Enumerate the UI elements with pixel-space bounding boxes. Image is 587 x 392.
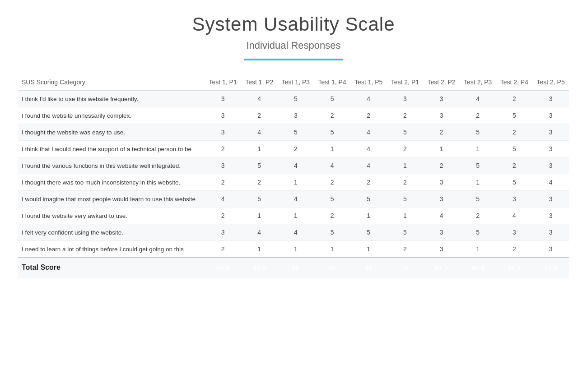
value-cell: 1 [278,241,314,258]
value-cell: 3 [205,91,241,107]
total-score-cell: 85 [278,258,314,277]
category-cell: I think that I would need the support of… [18,141,205,157]
value-cell: 5 [241,191,278,208]
value-cell: 5 [496,107,533,124]
total-score-cell: 62.5 [205,258,241,277]
value-cell: 1 [460,241,496,258]
value-cell: 4 [314,157,350,174]
total-score-cell: 87.5 [241,258,278,277]
sus-table: SUS Scoring CategoryTest 1, P1Test 1, P2… [18,74,569,277]
value-cell: 2 [205,174,241,191]
divider-container [18,59,569,60]
value-cell: 3 [532,157,569,174]
total-score-cell: 80 [350,258,387,277]
value-cell: 1 [460,141,496,157]
value-cell: 5 [496,174,533,191]
value-cell: 5 [496,141,533,157]
value-cell: 3 [423,241,460,258]
value-cell: 2 [423,157,460,174]
column-header-category: SUS Scoring Category [18,74,205,91]
value-cell: 2 [423,124,460,141]
value-cell: 3 [532,107,569,124]
value-cell: 3 [496,224,533,241]
value-cell: 2 [314,208,350,224]
value-cell: 3 [205,224,241,241]
value-cell: 2 [205,241,241,258]
value-cell: 4 [241,224,278,241]
value-cell: 5 [460,224,496,241]
category-cell: I think I'd like to use this website fre… [18,91,205,107]
value-cell: 1 [387,157,424,174]
total-score-cell: 47.5 [532,258,569,277]
table-row: I thought the website was easy to use.34… [18,124,569,141]
value-cell: 5 [387,191,424,208]
table-row: I found the website unnessarily complex.… [18,107,569,124]
value-cell: 3 [496,191,533,208]
value-cell: 4 [241,91,278,107]
sub-title: Individual Responses [18,40,569,51]
value-cell: 3 [532,191,569,208]
value-cell: 3 [423,107,460,124]
value-cell: 5 [387,224,424,241]
value-cell: 5 [241,157,278,174]
value-cell: 1 [460,174,496,191]
value-cell: 1 [350,241,387,258]
category-cell: I found the website very awkard to use. [18,208,205,224]
value-cell: 2 [350,107,387,124]
value-cell: 2 [387,174,424,191]
value-cell: 1 [241,208,278,224]
value-cell: 4 [278,157,314,174]
value-cell: 4 [532,174,569,191]
category-cell: I would imagine that most people would l… [18,191,205,208]
table-row: I think that I would need the support of… [18,141,569,157]
value-cell: 5 [350,224,387,241]
value-cell: 1 [241,241,278,258]
value-cell: 1 [278,174,314,191]
value-cell: 4 [241,124,278,141]
value-cell: 3 [205,157,241,174]
section-divider [244,59,343,60]
total-score-cell: 92.5 [460,258,496,277]
value-cell: 5 [314,224,350,241]
table-row: I thought there was too much inconsisten… [18,174,569,191]
value-cell: 3 [205,124,241,141]
value-cell: 2 [278,141,314,157]
value-cell: 1 [241,141,278,157]
total-label: Total Score [18,258,205,277]
value-cell: 3 [423,191,460,208]
category-cell: I need to learn a lot of things before I… [18,241,205,258]
value-cell: 2 [496,124,533,141]
value-cell: 4 [350,141,387,157]
total-score-cell: 47.5 [423,258,460,277]
table-body: I think I'd like to use this website fre… [18,91,569,277]
column-header-test-1--p5: Test 1, P5 [350,74,387,91]
value-cell: 2 [460,208,496,224]
value-cell: 3 [278,107,314,124]
value-cell: 5 [460,124,496,141]
category-cell: I thought there was too much inconsisten… [18,174,205,191]
value-cell: 4 [278,191,314,208]
value-cell: 5 [460,157,496,174]
category-cell: I thought the website was easy to use. [18,124,205,141]
value-cell: 4 [460,91,496,107]
column-header-test-1--p2: Test 1, P2 [241,74,278,91]
table-row: I found the website very awkard to use.2… [18,208,569,224]
column-header-test-1--p4: Test 1, P4 [314,74,350,91]
value-cell: 5 [314,91,350,107]
table-row: I would imagine that most people would l… [18,191,569,208]
value-cell: 3 [423,174,460,191]
column-header-test-2--p3: Test 2, P3 [460,74,496,91]
value-cell: 2 [350,174,387,191]
value-cell: 2 [241,107,278,124]
table-header: SUS Scoring CategoryTest 1, P1Test 1, P2… [18,74,569,91]
total-score-cell: 75 [387,258,424,277]
table-row: I think I'd like to use this website fre… [18,91,569,107]
value-cell: 3 [423,91,460,107]
page-container: System Usability Scale Individual Respon… [9,9,578,282]
table-row: I need to learn a lot of things before I… [18,241,569,258]
value-cell: 1 [350,208,387,224]
column-header-test-2--p1: Test 2, P1 [387,74,424,91]
category-cell: I found the website unnessarily complex. [18,107,205,124]
value-cell: 2 [387,241,424,258]
value-cell: 2 [496,241,533,258]
